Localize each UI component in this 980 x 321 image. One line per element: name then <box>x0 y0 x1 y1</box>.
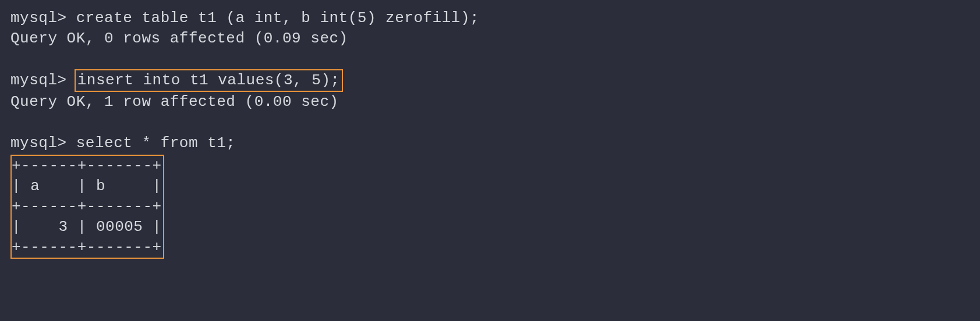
terminal-output: mysql> create table t1 (a int, b int(5) … <box>10 8 970 259</box>
result-line-1: Query OK, 0 rows affected (0.09 sec) <box>10 28 970 49</box>
command-line-1: mysql> create table t1 (a int, b int(5) … <box>10 8 970 28</box>
blank-line <box>10 112 970 133</box>
table-border: +------+-------+ <box>12 156 162 176</box>
table-border: +------+-------+ <box>12 197 162 217</box>
blank-line <box>10 49 970 69</box>
command-line-3: mysql> select * from t1; <box>10 133 970 154</box>
result-line-2: Query OK, 1 row affected (0.00 sec) <box>10 92 970 112</box>
command-line-2: mysql> insert into t1 values(3, 5); <box>10 69 970 92</box>
highlighted-command: insert into t1 values(3, 5); <box>75 69 343 92</box>
command-text: select * from t1; <box>76 134 236 152</box>
table-row: | 3 | 00005 | <box>12 217 162 237</box>
table-border: +------+-------+ <box>12 237 162 258</box>
prompt: mysql> <box>10 134 76 152</box>
prompt: mysql> <box>10 9 76 27</box>
result-table-highlighted: +------+-------+ | a | b | +------+-----… <box>10 155 164 259</box>
table-header: | a | b | <box>12 176 162 197</box>
command-text: create table t1 (a int, b int(5) zerofil… <box>76 9 479 27</box>
prompt: mysql> <box>10 70 76 91</box>
